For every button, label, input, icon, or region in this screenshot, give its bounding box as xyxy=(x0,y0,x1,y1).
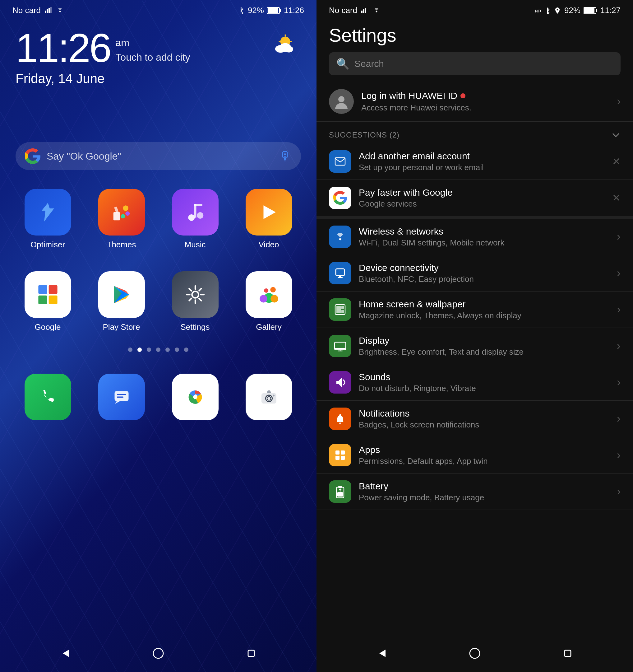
weather-icon xyxy=(270,34,298,56)
battery-icon-settings xyxy=(329,480,351,503)
suggestions-label: SUGGESTIONS (2) xyxy=(329,131,400,139)
clock-time: 11:26 xyxy=(16,28,110,68)
playstore-icon xyxy=(98,271,145,318)
svg-point-33 xyxy=(192,291,198,298)
google-pay-close[interactable]: ✕ xyxy=(612,192,621,204)
city-prompt[interactable]: Touch to add city xyxy=(115,52,190,63)
clock-area: 11:26 am Touch to add city Friday, 14 Ju… xyxy=(0,15,316,86)
status-bar-right: No card NFC 92% 11:27 xyxy=(316,0,633,15)
suggestions-header[interactable]: SUGGESTIONS (2) xyxy=(316,122,633,143)
app-google[interactable]: Google xyxy=(16,271,80,332)
app-themes[interactable]: Themes xyxy=(89,189,154,249)
app-playstore[interactable]: Play Store xyxy=(89,271,154,332)
settings-row-battery[interactable]: Battery Power saving mode, Battery usage… xyxy=(316,474,633,510)
app-settings[interactable]: Settings xyxy=(163,271,227,332)
back-button-left[interactable] xyxy=(56,644,75,663)
svg-point-34 xyxy=(264,288,268,293)
dot-6 xyxy=(175,347,179,352)
svg-rect-5 xyxy=(280,9,281,12)
settings-row-connectivity[interactable]: Device connectivity Bluetooth, NFC, Easy… xyxy=(316,255,633,291)
svg-rect-25 xyxy=(38,285,47,294)
svg-text:NFC: NFC xyxy=(535,9,541,14)
svg-rect-42 xyxy=(117,397,123,398)
bluetooth-icon-right xyxy=(545,7,551,14)
svg-rect-76 xyxy=(338,486,342,488)
svg-rect-27 xyxy=(38,295,47,304)
apps-chevron: › xyxy=(617,449,621,462)
svg-rect-62 xyxy=(336,269,345,275)
app-optimiser[interactable]: Optimiser xyxy=(16,189,80,249)
apps-title: Apps xyxy=(359,445,609,455)
notifications-title: Notifications xyxy=(359,408,609,419)
svg-marker-40 xyxy=(115,401,120,404)
date-display: Friday, 14 June xyxy=(16,71,301,86)
svg-point-45 xyxy=(193,395,197,399)
dock-phone[interactable] xyxy=(16,374,80,420)
back-button-right[interactable] xyxy=(373,644,391,663)
search-bar-text: Say "Ok Google" xyxy=(47,150,273,162)
search-placeholder: Search xyxy=(354,58,384,69)
huawei-id-chevron: › xyxy=(617,95,621,108)
music-label: Music xyxy=(185,240,206,249)
google-logo xyxy=(25,148,41,164)
dot-4 xyxy=(156,347,160,352)
connectivity-title: Device connectivity xyxy=(359,263,609,273)
settings-row-apps[interactable]: Apps Permissions, Default apps, App twin… xyxy=(316,437,633,474)
mic-icon[interactable]: 🎙 xyxy=(279,149,292,163)
svg-point-79 xyxy=(470,648,480,658)
svg-rect-66 xyxy=(336,306,341,313)
dock-messages[interactable] xyxy=(89,374,154,420)
svg-rect-1 xyxy=(47,9,48,13)
suggestion-google-pay[interactable]: Pay faster with Google Google services ✕ xyxy=(316,180,633,216)
homescreen-icon xyxy=(329,298,351,321)
settings-row-notifications[interactable]: Notifications Badges, Lock screen notifi… xyxy=(316,401,633,437)
signal-icon xyxy=(45,7,52,14)
svg-point-70 xyxy=(339,423,341,424)
dock-chrome[interactable] xyxy=(163,374,227,420)
optimiser-icon xyxy=(25,189,71,236)
recents-button-left[interactable] xyxy=(242,644,260,663)
email-suggestion-close[interactable]: ✕ xyxy=(612,155,621,167)
app-video[interactable]: Video xyxy=(236,189,301,249)
settings-row-wireless[interactable]: Wireless & networks Wi-Fi, Dual SIM sett… xyxy=(316,219,633,255)
dock-camera[interactable] xyxy=(236,374,301,420)
svg-rect-72 xyxy=(341,451,345,455)
battery-text: Battery Power saving mode, Battery usage xyxy=(359,481,609,502)
suggestion-email[interactable]: Add another email account Set up your pe… xyxy=(316,143,633,180)
svg-rect-74 xyxy=(341,456,345,460)
settings-title: Settings xyxy=(316,15,633,52)
app-music[interactable]: Music xyxy=(163,189,227,249)
svg-rect-2 xyxy=(49,8,50,13)
svg-rect-80 xyxy=(565,650,571,656)
huawei-id-title-text: Log in with HUAWEI ID xyxy=(361,91,457,101)
svg-rect-41 xyxy=(117,394,126,395)
settings-row-display[interactable]: Display Brightness, Eye comfort, Text an… xyxy=(316,328,633,364)
settings-search-bar[interactable]: 🔍 Search xyxy=(329,52,621,75)
home-button-right[interactable] xyxy=(465,644,484,663)
settings-row-homescreen[interactable]: Home screen & wallpaper Magazine unlock,… xyxy=(316,291,633,328)
svg-rect-3 xyxy=(50,7,52,13)
settings-row-sounds[interactable]: Sounds Do not disturb, Ringtone, Vibrate… xyxy=(316,364,633,401)
svg-point-14 xyxy=(284,46,293,53)
huawei-id-row[interactable]: Log in with HUAWEI ID Access more Huawei… xyxy=(316,81,633,122)
wireless-icon xyxy=(329,225,351,248)
divider-1 xyxy=(316,216,633,219)
app-gallery[interactable]: Gallery xyxy=(236,271,301,332)
time-left: 11:26 xyxy=(284,6,304,15)
display-title: Display xyxy=(359,335,609,346)
recents-button-right[interactable] xyxy=(558,644,577,663)
connectivity-sub: Bluetooth, NFC, Easy projection xyxy=(359,274,609,284)
svg-rect-77 xyxy=(337,492,343,497)
google-icon xyxy=(25,271,71,318)
home-button-left[interactable] xyxy=(149,644,168,663)
google-label: Google xyxy=(35,322,61,332)
carrier-right: No card xyxy=(329,6,357,15)
battery-percent-left: 92% xyxy=(248,6,264,15)
display-sub: Brightness, Eye comfort, Text and displa… xyxy=(359,347,609,357)
google-search-bar[interactable]: Say "Ok Google" 🎙 xyxy=(16,142,301,170)
settings-label: Settings xyxy=(181,322,210,332)
notifications-chevron: › xyxy=(617,412,621,425)
huawei-notification-dot xyxy=(460,93,465,98)
collapse-icon xyxy=(611,130,621,140)
svg-point-17 xyxy=(123,205,128,211)
